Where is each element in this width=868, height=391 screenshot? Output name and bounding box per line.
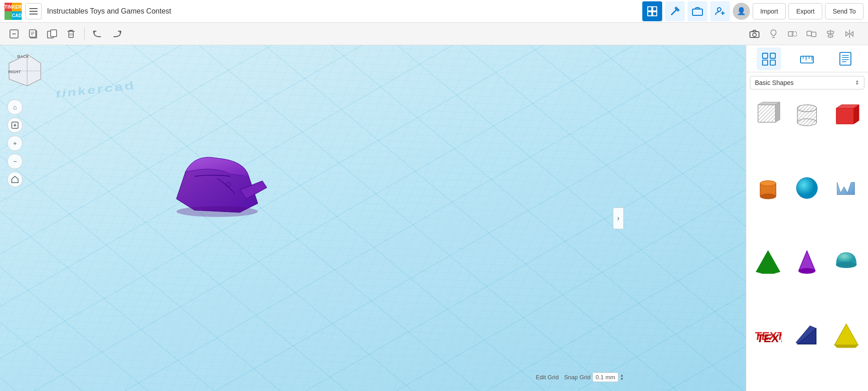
viewport[interactable]: tinkercad RIGHT BACK ⌂ + − — [0, 45, 746, 391]
grid-view-button[interactable] — [642, 1, 662, 21]
svg-line-51 — [15, 176, 18, 179]
bulb-button[interactable] — [765, 25, 782, 42]
panel-tabs — [746, 45, 868, 72]
svg-rect-10 — [693, 9, 702, 15]
mirror-button[interactable] — [841, 25, 858, 42]
svg-rect-54 — [763, 53, 768, 58]
svg-point-11 — [717, 8, 721, 11]
shape-selector-label: Basic Shapes — [755, 79, 855, 86]
logo-tin: TIN — [5, 3, 12, 11]
zoom-out-button[interactable]: − — [7, 154, 23, 169]
shape-text-3d[interactable]: TEXT TEXT — [750, 317, 786, 353]
right-panel: Basic Shapes ⇕ — [746, 45, 868, 391]
shape-selector-dropdown[interactable]: Basic Shapes ⇕ — [750, 76, 864, 90]
logo-ker: KER — [12, 3, 22, 11]
svg-point-85 — [760, 181, 776, 186]
svg-rect-0 — [29, 8, 38, 9]
tinkercad-logo[interactable]: TIN KER CAD — [5, 3, 22, 20]
view-controls: ⌂ + − — [7, 99, 23, 187]
snap-control: Snap Grid 0.1 mm ▲ ▼ — [564, 372, 624, 382]
undo-button[interactable] — [89, 25, 106, 42]
list-menu-button[interactable] — [25, 3, 42, 19]
shape-pyramid-yellow[interactable] — [828, 317, 864, 353]
svg-rect-55 — [770, 53, 775, 58]
shape-half-sphere[interactable] — [828, 244, 864, 280]
align-button[interactable] — [822, 25, 839, 42]
new-button[interactable] — [5, 25, 23, 42]
redo-button[interactable] — [108, 25, 125, 42]
svg-rect-63 — [840, 52, 851, 65]
clipboard-button[interactable] — [24, 25, 42, 42]
shape-cone-purple[interactable] — [789, 244, 825, 280]
shape-cylinder-solid[interactable] — [750, 170, 786, 206]
duplicate-button[interactable] — [43, 25, 61, 42]
main-area: tinkercad RIGHT BACK ⌂ + − — [0, 45, 868, 391]
snap-value: 0.1 mm — [593, 372, 618, 382]
svg-text:BACK: BACK — [17, 54, 29, 59]
snap-arrows[interactable]: ▲ ▼ — [620, 374, 624, 381]
svg-point-86 — [797, 178, 817, 198]
user-avatar-button[interactable]: 👤 — [733, 3, 750, 20]
import-button[interactable]: Import — [753, 3, 786, 19]
svg-rect-78 — [836, 108, 854, 124]
svg-rect-31 — [807, 31, 811, 36]
svg-rect-2 — [29, 14, 38, 14]
svg-rect-4 — [653, 7, 657, 11]
svg-point-27 — [753, 33, 756, 37]
shape-pyramid-green[interactable] — [750, 244, 786, 280]
grid-canvas — [0, 45, 746, 391]
home-view-button[interactable]: ⌂ — [7, 99, 23, 115]
svg-rect-69 — [758, 105, 776, 122]
model-container[interactable] — [158, 136, 276, 228]
edit-grid-label[interactable]: Edit Grid — [536, 374, 559, 381]
svg-point-82 — [760, 194, 776, 199]
zoom-in-button[interactable]: + — [7, 136, 23, 151]
svg-rect-32 — [811, 32, 816, 37]
delete-button[interactable] — [62, 25, 80, 42]
panel-tab-shapes[interactable] — [757, 47, 781, 70]
briefcase-button[interactable] — [688, 1, 707, 21]
shape-box-solid[interactable] — [828, 97, 864, 133]
shape-text-shape[interactable] — [828, 170, 864, 206]
panel-tab-notes[interactable] — [833, 47, 858, 70]
shape-sphere-solid[interactable] — [789, 170, 825, 206]
svg-rect-22 — [51, 30, 57, 37]
fit-view-button[interactable] — [7, 118, 23, 133]
toolbar-right-tools — [746, 25, 858, 42]
svg-marker-71 — [776, 102, 780, 122]
export-button[interactable]: Export — [788, 3, 822, 19]
shape-selector-arrow: ⇕ — [855, 80, 859, 86]
svg-marker-87 — [837, 183, 855, 195]
project-title: Instructables Toys and Games Contest — [47, 7, 642, 15]
grid-controls: Edit Grid Snap Grid 0.1 mm ▲ ▼ — [536, 372, 624, 382]
svg-marker-97 — [835, 324, 858, 345]
shape-wedge-blue[interactable] — [789, 317, 825, 353]
shapes-grid: TEXT TEXT — [746, 93, 868, 391]
shape-box-hole[interactable] — [750, 97, 786, 133]
perspective-button[interactable] — [7, 172, 23, 187]
shape-cylinder-hole[interactable] — [789, 97, 825, 133]
svg-rect-35 — [828, 35, 833, 37]
svg-marker-80 — [854, 105, 859, 124]
panel-tab-ruler[interactable] — [795, 47, 819, 70]
snap-down-arrow[interactable]: ▼ — [620, 377, 624, 381]
svg-point-77 — [797, 105, 817, 112]
send-to-button[interactable]: Send To — [825, 3, 863, 19]
group-button[interactable] — [784, 25, 801, 42]
svg-rect-56 — [763, 60, 768, 65]
svg-rect-23 — [69, 31, 73, 38]
svg-marker-90 — [799, 250, 816, 271]
panel-toggle-button[interactable]: › — [613, 207, 624, 229]
ungroup-button[interactable] — [803, 25, 820, 42]
svg-marker-98 — [835, 345, 858, 348]
pickaxe-button[interactable] — [665, 1, 685, 21]
camera-button[interactable] — [746, 25, 763, 42]
add-user-button[interactable] — [710, 1, 730, 21]
svg-point-91 — [799, 268, 816, 273]
svg-rect-1 — [29, 11, 38, 12]
purple-model — [158, 136, 276, 226]
svg-text:RIGHT: RIGHT — [8, 70, 21, 74]
svg-marker-89 — [756, 250, 780, 273]
view-cube[interactable]: RIGHT BACK — [5, 50, 45, 90]
svg-rect-6 — [653, 12, 657, 16]
